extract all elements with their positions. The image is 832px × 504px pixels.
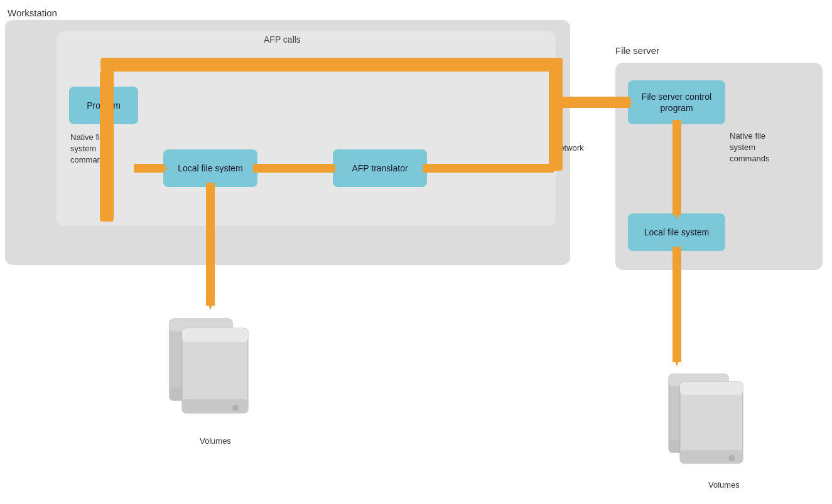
afp-calls-label: AFP calls [264,35,301,45]
local-file-system-right-box: Local file system [628,213,725,251]
svg-rect-31 [680,382,743,395]
file-server-control-program-box: File server control program [628,80,725,124]
svg-rect-24 [182,399,248,413]
native-commands-left-label: Native filesystemcommands [70,132,111,166]
program-box: Program [69,87,138,124]
afp-translator-box: AFP translator [333,149,427,187]
svg-point-33 [728,455,735,461]
afp-calls-section [57,31,556,226]
workstation-label: Workstation [8,8,57,18]
volumes-left-label: Volumes [200,436,231,446]
local-file-system-left-box: Local file system [163,149,257,187]
svg-point-25 [232,405,239,411]
volumes-right-label: Volumes [708,480,740,490]
native-commands-right-label: Native filesystemcommands [730,131,770,165]
volumes-right-icon [658,363,749,479]
volumes-left-icon [157,306,257,426]
diagram: Workstation AFP calls File server Progra… [0,0,832,504]
network-label: Network [554,143,584,153]
svg-rect-23 [182,328,248,342]
file-server-label: File server [615,45,659,56]
